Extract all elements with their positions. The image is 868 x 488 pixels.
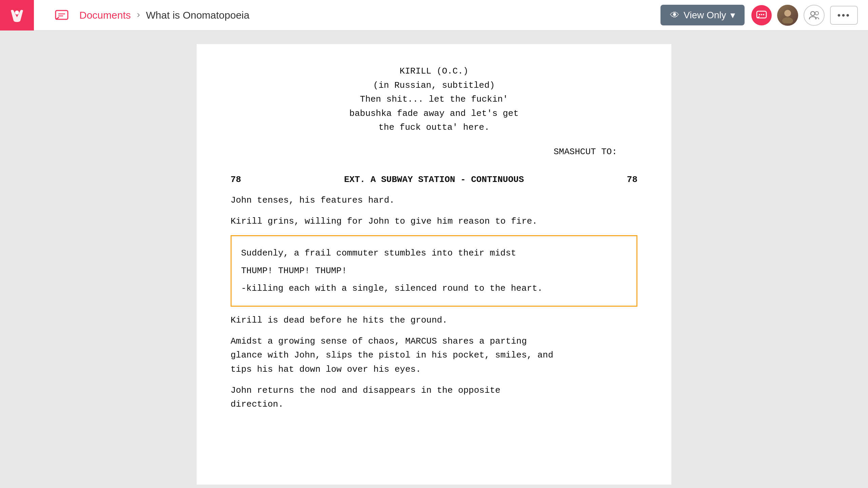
- highlight-line-2: THUMP! THUMP! THUMP!: [241, 264, 627, 278]
- character-block: KIRILL (O.C.) (in Russian, subtitled) Th…: [231, 64, 637, 135]
- svg-point-7: [761, 14, 762, 15]
- action-text-2: Kirill grins, willing for John to give h…: [231, 216, 537, 226]
- highlight-line-1: Suddenly, a frail commuter stumbles into…: [241, 246, 627, 261]
- message-icon: [54, 8, 69, 23]
- action-line-4: Amidst a growing sense of chaos, MARCUS …: [231, 334, 637, 377]
- action-line-5: John returns the nod and disappears in t…: [231, 384, 637, 412]
- smashcut-text: SMASHCUT TO:: [554, 147, 617, 157]
- more-button[interactable]: •••: [830, 6, 858, 25]
- breadcrumb: Documents › What is Onomatopoeia: [79, 9, 640, 21]
- people-icon: [808, 9, 820, 21]
- action-text-4c: tips his hat down low over his eyes.: [231, 364, 421, 374]
- eye-icon: 👁: [670, 9, 679, 21]
- action-text-5a: John returns the nod and disappears in t…: [231, 385, 500, 395]
- document-page: KIRILL (O.C.) (in Russian, subtitled) Th…: [197, 44, 671, 485]
- action-text-1: John tenses, his features hard.: [231, 195, 395, 205]
- action-text-3: Kirill is dead before he hits the ground…: [231, 315, 448, 325]
- user-photo: [780, 7, 796, 23]
- topbar: Documents › What is Onomatopoeia 👁 View …: [0, 0, 868, 30]
- view-only-button[interactable]: 👁 View Only ▾: [660, 5, 745, 25]
- chat-icon: [756, 10, 767, 21]
- breadcrumb-docs-link[interactable]: Documents: [79, 9, 131, 21]
- breadcrumb-current-doc: What is Onomatopoeia: [146, 9, 250, 21]
- nav-message-button[interactable]: [51, 4, 73, 26]
- scene-heading-text: EXT. A SUBWAY STATION - CONTINUOUS: [344, 173, 524, 187]
- smashcut-line: SMASHCUT TO:: [231, 145, 637, 159]
- action-text-4b: glance with John, slips the pistol in hi…: [231, 350, 553, 360]
- user-avatar[interactable]: [777, 5, 798, 26]
- action-line-3: Kirill is dead before he hits the ground…: [231, 313, 637, 328]
- logo: [0, 0, 34, 30]
- dialogue-line-1: Then shit... let the fuckin': [231, 93, 637, 107]
- chevron-down-icon: ▾: [730, 9, 735, 21]
- action-text-5b: direction.: [231, 399, 283, 409]
- dialogue-line-3: the fuck outta' here.: [231, 121, 637, 135]
- dialogue-line-2: babushka fade away and let's get: [231, 107, 637, 121]
- character-name: KIRILL (O.C.): [231, 64, 637, 79]
- people-button[interactable]: [804, 5, 825, 26]
- svg-point-11: [811, 12, 815, 16]
- right-controls: •••: [751, 5, 858, 26]
- logo-icon: [7, 6, 26, 25]
- view-only-label: View Only: [684, 10, 726, 21]
- highlighted-block: Suddenly, a frail commuter stumbles into…: [231, 235, 637, 307]
- action-line-1: John tenses, his features hard.: [231, 194, 637, 208]
- scene-number-left: 78: [231, 173, 241, 187]
- action-line-2: Kirill grins, willing for John to give h…: [231, 215, 637, 229]
- scene-number-right: 78: [627, 173, 637, 187]
- svg-point-12: [815, 12, 818, 15]
- main-content: KIRILL (O.C.) (in Russian, subtitled) Th…: [0, 30, 868, 488]
- parenthetical: (in Russian, subtitled): [231, 79, 637, 93]
- svg-point-9: [784, 10, 791, 17]
- svg-point-10: [782, 17, 793, 23]
- highlight-line-3: -killing each with a single, silenced ro…: [241, 282, 627, 296]
- svg-point-6: [759, 14, 760, 15]
- action-text-4a: Amidst a growing sense of chaos, MARCUS …: [231, 336, 527, 346]
- svg-point-1: [15, 11, 19, 15]
- scene-heading: 78 EXT. A SUBWAY STATION - CONTINUOUS 78: [231, 173, 637, 187]
- breadcrumb-separator: ›: [136, 10, 141, 20]
- svg-point-8: [763, 14, 764, 15]
- chat-avatar[interactable]: [751, 5, 772, 25]
